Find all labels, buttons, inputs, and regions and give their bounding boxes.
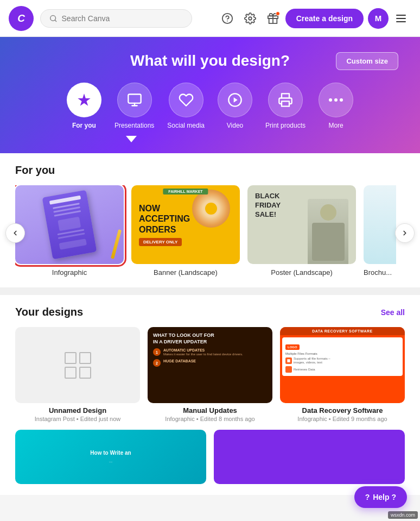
- design-card-how-to[interactable]: How to Write an...: [15, 430, 206, 484]
- category-label-video: Video: [227, 122, 243, 129]
- templates-next-button[interactable]: [395, 223, 415, 243]
- chevron-right-icon: [401, 229, 409, 237]
- design-thumb-recovery: DATA RECOVERY SOFTWARE LOGO Multiple Fil…: [280, 327, 405, 403]
- svg-rect-12: [282, 101, 289, 106]
- menu-line-3: [396, 21, 406, 22]
- see-all-button[interactable]: See all: [381, 308, 405, 317]
- category-label-presentations: Presentations: [114, 122, 154, 129]
- category-item-social-media[interactable]: Social media: [167, 83, 205, 129]
- category-item-more[interactable]: More: [319, 83, 353, 129]
- brochure-thumb: [364, 185, 396, 264]
- menu-line-1: [396, 15, 406, 16]
- app-header: C Create a design M: [0, 0, 420, 37]
- your-designs-section: Your designs See all Unnamed Design Inst…: [0, 295, 420, 495]
- search-input[interactable]: [62, 14, 183, 23]
- category-circle-for-you: [67, 83, 101, 117]
- watermark: wsxdn.com: [388, 511, 418, 519]
- design-meta-unnamed: Instagram Post • Edited just now: [15, 416, 140, 422]
- category-circle-print-products: [268, 83, 303, 117]
- create-design-button[interactable]: Create a design: [285, 9, 364, 28]
- chevron-left-icon: [11, 229, 19, 237]
- design-name-manual: Manual Updates: [148, 406, 272, 415]
- template-card-brochure[interactable]: Brochu...: [364, 185, 396, 277]
- for-you-section: For you: [0, 153, 420, 287]
- svg-rect-7: [128, 95, 141, 103]
- designs-header: Your designs See all: [15, 306, 405, 318]
- gear-icon: [244, 12, 256, 24]
- svg-point-4: [249, 17, 252, 20]
- category-item-print-products[interactable]: Print products: [265, 83, 306, 129]
- search-bar: [40, 9, 192, 28]
- active-indicator: [22, 136, 398, 142]
- custom-size-button[interactable]: Custom size: [336, 52, 398, 70]
- template-label-brochure: Brochu...: [364, 268, 396, 277]
- design-card-purple[interactable]: [214, 430, 405, 484]
- hero-title: What will you design?: [130, 52, 290, 70]
- designs-grid: Unnamed Design Instagram Post • Edited j…: [15, 327, 405, 422]
- category-icons-row: For you Presentations Social media Video: [22, 83, 398, 129]
- help-icon: ?: [365, 493, 370, 501]
- template-label-infographic: Infographic: [15, 268, 124, 277]
- design-thumb-how-to: How to Write an...: [15, 430, 206, 484]
- category-label-print-products: Print products: [265, 122, 306, 129]
- category-circle-more: [319, 83, 353, 117]
- section-divider-1: [0, 287, 420, 295]
- template-card-banner[interactable]: NOWACCEPTINGORDERS DELIVERY ONLY FAIRHIL…: [131, 185, 240, 277]
- template-card-infographic[interactable]: Infographic: [15, 185, 124, 277]
- category-circle-video: [218, 83, 252, 117]
- category-label-for-you: For you: [72, 122, 96, 129]
- canva-logo[interactable]: C: [9, 6, 34, 31]
- svg-line-1: [55, 20, 56, 21]
- category-item-for-you[interactable]: For you: [67, 83, 101, 129]
- design-thumb-unnamed: [15, 327, 140, 403]
- gift-icon-button[interactable]: [263, 8, 283, 29]
- hero-section: What will you design? Custom size For yo…: [0, 37, 420, 153]
- template-card-poster[interactable]: BLACKFRIDAYSALE! Poster (Landscape): [247, 185, 356, 277]
- infographic-thumb: [15, 185, 124, 264]
- printer-icon: [278, 92, 293, 108]
- templates-prev-button[interactable]: [5, 223, 25, 243]
- svg-point-14: [334, 98, 338, 102]
- hamburger-menu-button[interactable]: [391, 8, 411, 29]
- help-icon-button[interactable]: [217, 8, 238, 29]
- play-icon: [227, 92, 243, 108]
- design-thumb-purple: [214, 430, 405, 484]
- hero-top-row: What will you design? Custom size: [22, 52, 398, 70]
- category-label-more: More: [328, 122, 343, 129]
- category-item-video[interactable]: Video: [218, 83, 252, 129]
- design-name-recovery: Data Recovery Software: [280, 406, 405, 415]
- heart-icon: [179, 92, 194, 108]
- template-label-banner: Banner (Landscape): [131, 268, 240, 277]
- design-name-unnamed: Unnamed Design: [15, 406, 140, 415]
- design-card-recovery[interactable]: DATA RECOVERY SOFTWARE LOGO Multiple Fil…: [280, 327, 405, 422]
- svg-point-13: [329, 98, 332, 102]
- question-icon: [221, 12, 233, 24]
- your-designs-title: Your designs: [15, 306, 83, 318]
- banner-thumb: NOWACCEPTINGORDERS DELIVERY ONLY FAIRHIL…: [131, 185, 240, 264]
- design-card-manual[interactable]: WHAT TO LOOK OUT FORIN A DRIVER UPDATER …: [148, 327, 272, 422]
- canva-logo-text: C: [17, 12, 25, 24]
- help-label: Help ?: [373, 493, 396, 501]
- svg-point-15: [340, 98, 343, 102]
- category-circle-presentations: [117, 83, 152, 117]
- design-meta-recovery: Infographic • Edited 9 months ago: [280, 416, 405, 422]
- design-card-unnamed[interactable]: Unnamed Design Instagram Post • Edited j…: [15, 327, 140, 422]
- avatar-button[interactable]: M: [368, 8, 389, 29]
- sparkle-icon: [77, 92, 92, 108]
- search-icon: [49, 14, 58, 23]
- design-meta-manual: Infographic • Edited 8 months ago: [148, 416, 272, 422]
- category-circle-social-media: [169, 83, 203, 117]
- designs-grid-bottom: How to Write an...: [15, 430, 405, 484]
- settings-icon-button[interactable]: [240, 8, 260, 29]
- poster-thumb: BLACKFRIDAYSALE!: [247, 185, 356, 264]
- grid-icon: [65, 352, 91, 379]
- menu-line-2: [396, 18, 406, 19]
- templates-container: Infographic NOWACCEPTINGORDERS DELIVERY …: [15, 185, 405, 277]
- help-button[interactable]: ? Help ?: [354, 486, 407, 508]
- header-actions: Create a design M: [217, 8, 411, 29]
- category-item-presentations[interactable]: Presentations: [114, 83, 154, 129]
- more-dots-icon: [328, 97, 343, 103]
- notification-dot: [276, 11, 280, 16]
- templates-row: Infographic NOWACCEPTINGORDERS DELIVERY …: [15, 185, 405, 277]
- svg-marker-11: [234, 97, 238, 102]
